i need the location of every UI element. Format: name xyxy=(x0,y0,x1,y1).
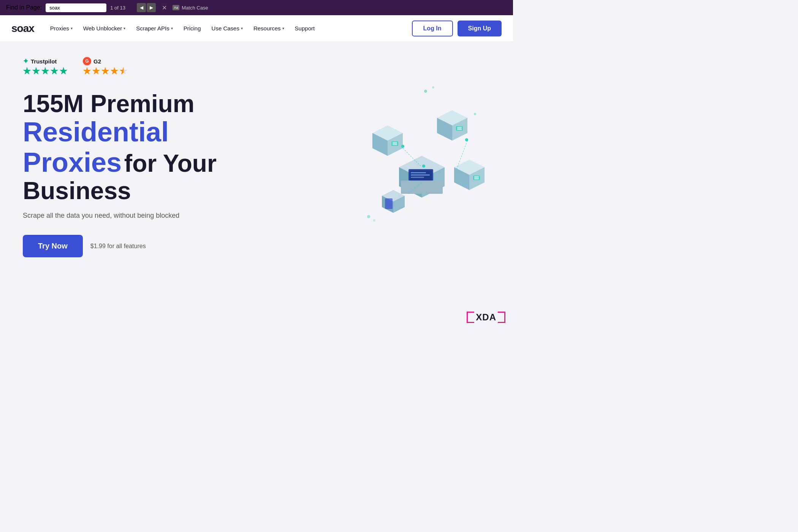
nav-item-resources[interactable]: Resources ▾ xyxy=(249,22,289,35)
nav-items: Proxies ▾ Web Unblocker ▾ Scraper APIs ▾… xyxy=(46,22,412,35)
nav-item-use-cases[interactable]: Use Cases ▾ xyxy=(207,22,247,35)
nav-item-pricing[interactable]: Pricing xyxy=(179,22,206,35)
navbar: soax Proxies ▾ Web Unblocker ▾ Scraper A… xyxy=(0,15,513,42)
hero-title-line2: Residential xyxy=(23,117,251,147)
trustpilot-icon: ✦ xyxy=(23,57,28,65)
match-case-icon: Aa xyxy=(173,5,179,10)
svg-point-43 xyxy=(422,165,425,168)
hero-illustration xyxy=(350,80,502,239)
logo[interactable]: soax xyxy=(11,22,34,35)
find-navigation: ◀ ▶ xyxy=(137,3,156,12)
signup-button[interactable]: Sign Up xyxy=(458,21,502,36)
find-prev-button[interactable]: ◀ xyxy=(137,3,146,12)
xda-watermark: XDA xyxy=(467,312,505,323)
hero-title-line1: 155M Premium xyxy=(23,90,195,117)
svg-point-3 xyxy=(367,215,370,218)
nav-item-web-unblocker[interactable]: Web Unblocker ▾ xyxy=(79,22,130,35)
svg-point-2 xyxy=(474,113,476,115)
svg-point-44 xyxy=(465,138,468,141)
chevron-down-icon: ▾ xyxy=(241,26,243,30)
svg-rect-38 xyxy=(385,198,393,209)
find-close-button[interactable]: ✕ xyxy=(160,3,169,12)
hero-title-business: Business xyxy=(23,177,251,204)
trustpilot-stars xyxy=(23,67,68,75)
svg-rect-24 xyxy=(411,172,426,173)
star-4 xyxy=(110,67,119,75)
find-count: 1 of 13 xyxy=(110,5,133,11)
svg-point-1 xyxy=(432,86,434,89)
nav-item-proxies[interactable]: Proxies ▾ xyxy=(46,22,77,35)
g2-header: G G2 xyxy=(83,57,128,65)
nav-actions: Log In Sign Up xyxy=(412,21,502,36)
hero-title-for-your: for Your xyxy=(124,150,217,177)
chevron-down-icon: ▾ xyxy=(124,26,125,30)
star-5 xyxy=(59,67,68,75)
xda-text: XDA xyxy=(476,312,496,323)
ratings-row: ✦ Trustpilot G G2 xyxy=(23,57,490,75)
find-next-button[interactable]: ▶ xyxy=(147,3,156,12)
find-input[interactable] xyxy=(46,3,106,12)
hero-actions: Try Now $1.99 for all features xyxy=(23,235,251,257)
trustpilot-label: Trustpilot xyxy=(31,58,57,65)
g2-stars xyxy=(83,67,128,75)
match-case-label: Match Case xyxy=(182,5,208,11)
svg-point-0 xyxy=(424,90,427,93)
g2-icon: G xyxy=(83,57,91,65)
hero-section: ✦ Trustpilot G G2 xyxy=(0,42,513,331)
hero-title-line3-4: Proxies for Your xyxy=(23,147,251,177)
nav-item-scraper-apis[interactable]: Scraper APIs ▾ xyxy=(131,22,177,35)
xda-bracket-right xyxy=(498,312,505,323)
login-button[interactable]: Log In xyxy=(412,21,453,36)
try-now-button[interactable]: Try Now xyxy=(23,235,83,257)
star-1 xyxy=(23,67,31,75)
find-bar: Find in Page: 1 of 13 ◀ ▶ ✕ Aa Match Cas… xyxy=(0,0,513,15)
hero-subtitle: Scrape all the data you need, without be… xyxy=(23,212,251,220)
star-2 xyxy=(32,67,40,75)
svg-point-42 xyxy=(401,145,404,148)
star-2 xyxy=(92,67,100,75)
g2-label: G2 xyxy=(93,58,101,65)
svg-rect-26 xyxy=(411,177,424,178)
match-case-container: Aa Match Case xyxy=(173,5,208,11)
star-3 xyxy=(101,67,109,75)
star-3 xyxy=(41,67,49,75)
star-1 xyxy=(83,67,91,75)
find-label: Find in Page: xyxy=(6,4,42,11)
nav-item-support[interactable]: Support xyxy=(290,22,320,35)
svg-rect-25 xyxy=(411,174,430,176)
star-5-half xyxy=(119,67,128,75)
chevron-down-icon: ▾ xyxy=(71,26,73,30)
hero-title-proxies: Proxies xyxy=(23,147,122,177)
trustpilot-header: ✦ Trustpilot xyxy=(23,57,68,65)
chevron-down-icon: ▾ xyxy=(171,26,173,30)
g2-rating: G G2 xyxy=(83,57,128,75)
trustpilot-rating: ✦ Trustpilot xyxy=(23,57,68,75)
svg-point-4 xyxy=(373,219,375,222)
hero-text: 155M Premium Residential Proxies for You… xyxy=(23,90,251,257)
chevron-down-icon: ▾ xyxy=(282,26,284,30)
xda-bracket-left xyxy=(467,312,474,323)
hero-price: $1.99 for all features xyxy=(90,243,146,250)
illustration-svg xyxy=(350,80,502,239)
star-4 xyxy=(50,67,59,75)
hero-heading: 155M Premium Residential Proxies for You… xyxy=(23,90,251,204)
